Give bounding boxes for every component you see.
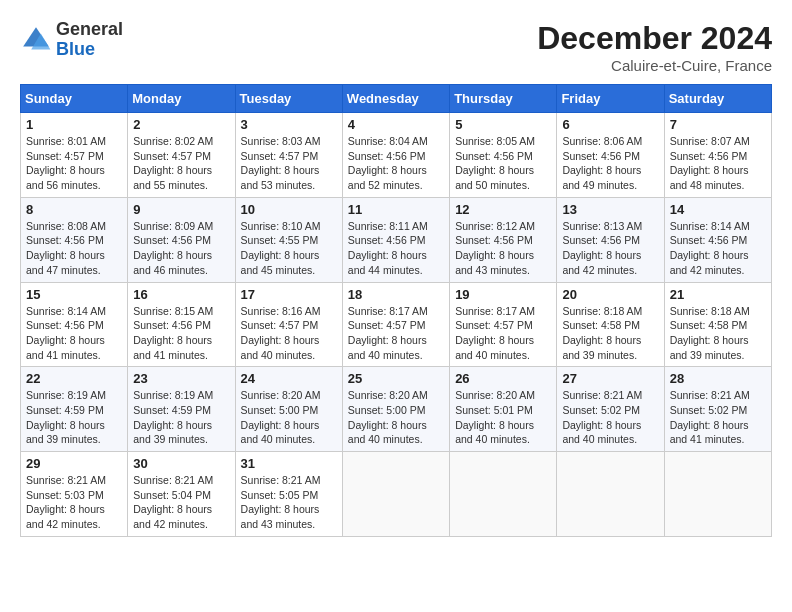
day-info: Sunrise: 8:05 AMSunset: 4:56 PMDaylight:… xyxy=(455,134,551,193)
weekday-header-wednesday: Wednesday xyxy=(342,85,449,113)
calendar-cell: 13Sunrise: 8:13 AMSunset: 4:56 PMDayligh… xyxy=(557,197,664,282)
calendar-week-row: 22Sunrise: 8:19 AMSunset: 4:59 PMDayligh… xyxy=(21,367,772,452)
day-info: Sunrise: 8:17 AMSunset: 4:57 PMDaylight:… xyxy=(455,304,551,363)
day-info: Sunrise: 8:10 AMSunset: 4:55 PMDaylight:… xyxy=(241,219,337,278)
day-info: Sunrise: 8:14 AMSunset: 4:56 PMDaylight:… xyxy=(26,304,122,363)
calendar-cell: 15Sunrise: 8:14 AMSunset: 4:56 PMDayligh… xyxy=(21,282,128,367)
day-number: 5 xyxy=(455,117,551,132)
calendar-cell: 29Sunrise: 8:21 AMSunset: 5:03 PMDayligh… xyxy=(21,452,128,537)
calendar-week-row: 1Sunrise: 8:01 AMSunset: 4:57 PMDaylight… xyxy=(21,113,772,198)
location-text: Caluire-et-Cuire, France xyxy=(537,57,772,74)
calendar-cell: 11Sunrise: 8:11 AMSunset: 4:56 PMDayligh… xyxy=(342,197,449,282)
calendar-cell: 4Sunrise: 8:04 AMSunset: 4:56 PMDaylight… xyxy=(342,113,449,198)
weekday-header-saturday: Saturday xyxy=(664,85,771,113)
day-number: 17 xyxy=(241,287,337,302)
logo-icon xyxy=(20,24,52,56)
day-info: Sunrise: 8:04 AMSunset: 4:56 PMDaylight:… xyxy=(348,134,444,193)
day-number: 28 xyxy=(670,371,766,386)
day-info: Sunrise: 8:16 AMSunset: 4:57 PMDaylight:… xyxy=(241,304,337,363)
day-number: 4 xyxy=(348,117,444,132)
day-number: 10 xyxy=(241,202,337,217)
logo: General Blue xyxy=(20,20,123,60)
calendar-cell xyxy=(664,452,771,537)
calendar-cell: 10Sunrise: 8:10 AMSunset: 4:55 PMDayligh… xyxy=(235,197,342,282)
day-info: Sunrise: 8:21 AMSunset: 5:03 PMDaylight:… xyxy=(26,473,122,532)
calendar-cell: 6Sunrise: 8:06 AMSunset: 4:56 PMDaylight… xyxy=(557,113,664,198)
day-number: 22 xyxy=(26,371,122,386)
day-info: Sunrise: 8:11 AMSunset: 4:56 PMDaylight:… xyxy=(348,219,444,278)
day-info: Sunrise: 8:20 AMSunset: 5:00 PMDaylight:… xyxy=(348,388,444,447)
day-info: Sunrise: 8:21 AMSunset: 5:02 PMDaylight:… xyxy=(670,388,766,447)
calendar-cell: 5Sunrise: 8:05 AMSunset: 4:56 PMDaylight… xyxy=(450,113,557,198)
day-info: Sunrise: 8:21 AMSunset: 5:05 PMDaylight:… xyxy=(241,473,337,532)
calendar-cell: 24Sunrise: 8:20 AMSunset: 5:00 PMDayligh… xyxy=(235,367,342,452)
calendar-cell: 3Sunrise: 8:03 AMSunset: 4:57 PMDaylight… xyxy=(235,113,342,198)
day-number: 26 xyxy=(455,371,551,386)
day-info: Sunrise: 8:20 AMSunset: 5:00 PMDaylight:… xyxy=(241,388,337,447)
weekday-header-sunday: Sunday xyxy=(21,85,128,113)
month-title: December 2024 xyxy=(537,20,772,57)
calendar-cell: 9Sunrise: 8:09 AMSunset: 4:56 PMDaylight… xyxy=(128,197,235,282)
day-info: Sunrise: 8:21 AMSunset: 5:04 PMDaylight:… xyxy=(133,473,229,532)
calendar-week-row: 29Sunrise: 8:21 AMSunset: 5:03 PMDayligh… xyxy=(21,452,772,537)
day-info: Sunrise: 8:06 AMSunset: 4:56 PMDaylight:… xyxy=(562,134,658,193)
calendar-week-row: 15Sunrise: 8:14 AMSunset: 4:56 PMDayligh… xyxy=(21,282,772,367)
day-number: 25 xyxy=(348,371,444,386)
day-number: 7 xyxy=(670,117,766,132)
calendar-cell: 20Sunrise: 8:18 AMSunset: 4:58 PMDayligh… xyxy=(557,282,664,367)
day-number: 15 xyxy=(26,287,122,302)
calendar-cell xyxy=(342,452,449,537)
page-header: General Blue December 2024 Caluire-et-Cu… xyxy=(20,20,772,74)
day-number: 13 xyxy=(562,202,658,217)
calendar-cell: 1Sunrise: 8:01 AMSunset: 4:57 PMDaylight… xyxy=(21,113,128,198)
day-number: 30 xyxy=(133,456,229,471)
day-number: 18 xyxy=(348,287,444,302)
weekday-header-thursday: Thursday xyxy=(450,85,557,113)
calendar-table: SundayMondayTuesdayWednesdayThursdayFrid… xyxy=(20,84,772,537)
day-info: Sunrise: 8:19 AMSunset: 4:59 PMDaylight:… xyxy=(26,388,122,447)
day-number: 21 xyxy=(670,287,766,302)
day-info: Sunrise: 8:14 AMSunset: 4:56 PMDaylight:… xyxy=(670,219,766,278)
day-number: 14 xyxy=(670,202,766,217)
day-info: Sunrise: 8:03 AMSunset: 4:57 PMDaylight:… xyxy=(241,134,337,193)
day-info: Sunrise: 8:18 AMSunset: 4:58 PMDaylight:… xyxy=(670,304,766,363)
calendar-cell: 19Sunrise: 8:17 AMSunset: 4:57 PMDayligh… xyxy=(450,282,557,367)
calendar-cell: 31Sunrise: 8:21 AMSunset: 5:05 PMDayligh… xyxy=(235,452,342,537)
day-info: Sunrise: 8:17 AMSunset: 4:57 PMDaylight:… xyxy=(348,304,444,363)
calendar-cell: 8Sunrise: 8:08 AMSunset: 4:56 PMDaylight… xyxy=(21,197,128,282)
calendar-cell: 18Sunrise: 8:17 AMSunset: 4:57 PMDayligh… xyxy=(342,282,449,367)
title-section: December 2024 Caluire-et-Cuire, France xyxy=(537,20,772,74)
day-number: 8 xyxy=(26,202,122,217)
day-number: 16 xyxy=(133,287,229,302)
day-number: 20 xyxy=(562,287,658,302)
day-info: Sunrise: 8:13 AMSunset: 4:56 PMDaylight:… xyxy=(562,219,658,278)
weekday-header-tuesday: Tuesday xyxy=(235,85,342,113)
day-info: Sunrise: 8:07 AMSunset: 4:56 PMDaylight:… xyxy=(670,134,766,193)
calendar-cell: 27Sunrise: 8:21 AMSunset: 5:02 PMDayligh… xyxy=(557,367,664,452)
calendar-cell: 23Sunrise: 8:19 AMSunset: 4:59 PMDayligh… xyxy=(128,367,235,452)
calendar-cell: 2Sunrise: 8:02 AMSunset: 4:57 PMDaylight… xyxy=(128,113,235,198)
calendar-cell: 30Sunrise: 8:21 AMSunset: 5:04 PMDayligh… xyxy=(128,452,235,537)
weekday-header-friday: Friday xyxy=(557,85,664,113)
calendar-week-row: 8Sunrise: 8:08 AMSunset: 4:56 PMDaylight… xyxy=(21,197,772,282)
day-info: Sunrise: 8:01 AMSunset: 4:57 PMDaylight:… xyxy=(26,134,122,193)
day-info: Sunrise: 8:12 AMSunset: 4:56 PMDaylight:… xyxy=(455,219,551,278)
day-number: 27 xyxy=(562,371,658,386)
logo-general-text: General xyxy=(56,20,123,40)
calendar-cell: 26Sunrise: 8:20 AMSunset: 5:01 PMDayligh… xyxy=(450,367,557,452)
day-number: 31 xyxy=(241,456,337,471)
day-info: Sunrise: 8:18 AMSunset: 4:58 PMDaylight:… xyxy=(562,304,658,363)
day-number: 29 xyxy=(26,456,122,471)
day-number: 23 xyxy=(133,371,229,386)
day-number: 1 xyxy=(26,117,122,132)
calendar-cell: 25Sunrise: 8:20 AMSunset: 5:00 PMDayligh… xyxy=(342,367,449,452)
day-number: 9 xyxy=(133,202,229,217)
day-info: Sunrise: 8:08 AMSunset: 4:56 PMDaylight:… xyxy=(26,219,122,278)
calendar-cell xyxy=(450,452,557,537)
day-info: Sunrise: 8:02 AMSunset: 4:57 PMDaylight:… xyxy=(133,134,229,193)
calendar-cell: 14Sunrise: 8:14 AMSunset: 4:56 PMDayligh… xyxy=(664,197,771,282)
day-number: 3 xyxy=(241,117,337,132)
calendar-cell: 7Sunrise: 8:07 AMSunset: 4:56 PMDaylight… xyxy=(664,113,771,198)
day-info: Sunrise: 8:20 AMSunset: 5:01 PMDaylight:… xyxy=(455,388,551,447)
weekday-header-row: SundayMondayTuesdayWednesdayThursdayFrid… xyxy=(21,85,772,113)
